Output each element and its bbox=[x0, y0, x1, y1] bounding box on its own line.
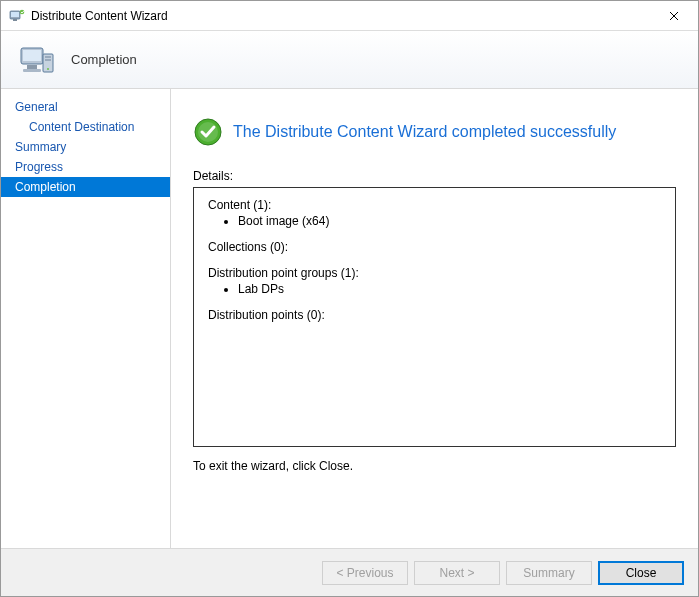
details-item: Boot image (x64) bbox=[238, 214, 661, 228]
details-group-heading: Distribution points (0): bbox=[208, 308, 661, 322]
summary-button: Summary bbox=[506, 561, 592, 585]
content-pane: The Distribute Content Wizard completed … bbox=[171, 89, 698, 548]
svg-rect-11 bbox=[45, 59, 51, 61]
details-group-heading: Distribution point groups (1): bbox=[208, 266, 661, 280]
details-group-heading: Collections (0): bbox=[208, 240, 661, 254]
previous-button: < Previous bbox=[322, 561, 408, 585]
banner-heading: Completion bbox=[71, 52, 137, 67]
svg-rect-6 bbox=[27, 65, 37, 69]
titlebar: Distribute Content Wizard bbox=[1, 1, 698, 31]
sidebar-step-summary[interactable]: Summary bbox=[1, 137, 170, 157]
svg-point-9 bbox=[47, 68, 49, 70]
window-close-button[interactable] bbox=[654, 2, 694, 30]
svg-rect-2 bbox=[13, 19, 17, 21]
details-group-heading: Content (1): bbox=[208, 198, 661, 212]
details-group-dp_groups: Distribution point groups (1):Lab DPs bbox=[208, 266, 661, 296]
svg-rect-1 bbox=[11, 12, 19, 17]
wizard-computer-icon bbox=[17, 40, 57, 80]
details-group-dps: Distribution points (0): bbox=[208, 308, 661, 322]
next-button: Next > bbox=[414, 561, 500, 585]
app-icon bbox=[9, 8, 25, 24]
banner: Completion bbox=[1, 31, 698, 89]
success-check-icon bbox=[193, 117, 223, 147]
details-group-list: Lab DPs bbox=[208, 282, 661, 296]
sidebar-step-general[interactable]: General bbox=[1, 97, 170, 117]
completion-headline: The Distribute Content Wizard completed … bbox=[193, 117, 676, 147]
sidebar-step-progress[interactable]: Progress bbox=[1, 157, 170, 177]
close-button[interactable]: Close bbox=[598, 561, 684, 585]
details-group-collections: Collections (0): bbox=[208, 240, 661, 254]
sidebar-step-completion: Completion bbox=[1, 177, 170, 197]
svg-rect-7 bbox=[23, 69, 41, 72]
svg-rect-5 bbox=[23, 50, 41, 61]
close-icon bbox=[669, 11, 679, 21]
sidebar-step-content-destination[interactable]: Content Destination bbox=[1, 117, 170, 137]
sidebar: GeneralContent DestinationSummaryProgres… bbox=[1, 89, 171, 548]
details-group-content: Content (1):Boot image (x64) bbox=[208, 198, 661, 228]
exit-hint: To exit the wizard, click Close. bbox=[193, 459, 676, 473]
details-group-list: Boot image (x64) bbox=[208, 214, 661, 228]
window-title: Distribute Content Wizard bbox=[31, 9, 654, 23]
svg-rect-10 bbox=[45, 56, 51, 58]
footer: < Previous Next > Summary Close bbox=[1, 548, 698, 596]
details-label: Details: bbox=[193, 169, 676, 183]
wizard-body: GeneralContent DestinationSummaryProgres… bbox=[1, 89, 698, 548]
details-item: Lab DPs bbox=[238, 282, 661, 296]
details-box: Content (1):Boot image (x64)Collections … bbox=[193, 187, 676, 447]
headline-text: The Distribute Content Wizard completed … bbox=[233, 123, 616, 141]
